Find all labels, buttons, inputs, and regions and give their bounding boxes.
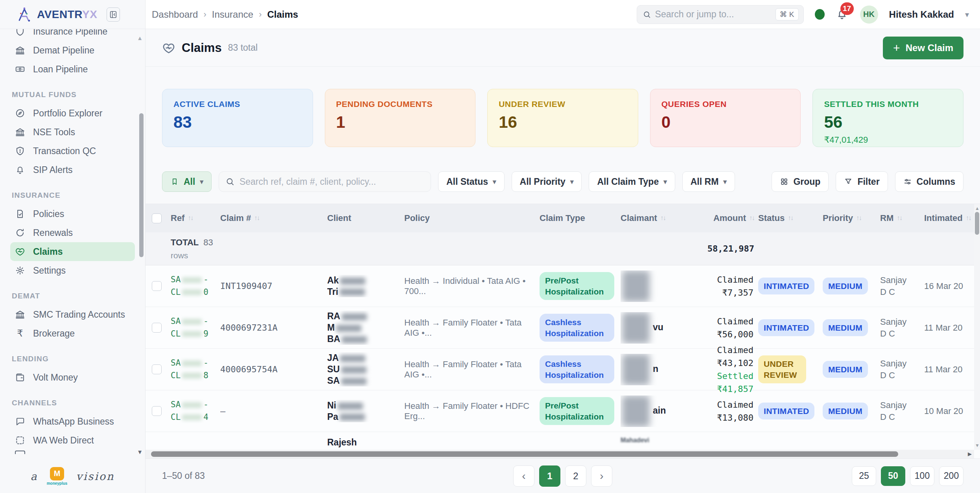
row-checkbox[interactable] — [152, 406, 162, 416]
stat-card-settled-this-month[interactable]: SETTLED THIS MONTH 56 ₹47,01,429 — [812, 89, 963, 147]
sort-icon[interactable]: ↑↓ — [254, 214, 259, 222]
sidebar-item-brokerage[interactable]: ₹ Brokerage — [10, 324, 135, 343]
table-search-input[interactable] — [239, 177, 424, 187]
avatar[interactable]: HK — [860, 6, 878, 24]
sidebar-item-wa-web-direct[interactable]: WA Web Direct — [10, 431, 135, 450]
top-bar: AVENTRYX Dashboard › Insurance › Claims … — [0, 0, 980, 29]
sidebar-item-insurance-pipeline[interactable]: Insurance Pipeline — [10, 29, 135, 41]
table-row[interactable]: SA- CL4 — Ni Pa Health → Family Floater … — [146, 390, 980, 432]
sidebar-scrollbar-thumb[interactable] — [139, 113, 144, 257]
saved-view-dropdown[interactable]: All ▾ — [162, 171, 212, 192]
notifications-button[interactable]: 17 — [836, 7, 849, 22]
stat-card-queries-open[interactable]: QUERIES OPEN 0 — [650, 89, 801, 147]
user-menu-chevron-icon[interactable]: ▾ — [965, 10, 969, 19]
sidebar-item-smc-trading-accounts[interactable]: SMC Trading Accounts — [10, 305, 135, 324]
column-header-priority[interactable]: Priority↑↓ — [823, 213, 880, 223]
sidebar-item-policies[interactable]: Policies — [10, 204, 135, 223]
table-vertical-scrollbar[interactable]: ▲ ▼ — [974, 204, 980, 450]
column-header-amount[interactable]: Amount↑↓ — [706, 213, 758, 223]
table-horizontal-scrollbar[interactable]: ▶ — [146, 450, 974, 458]
sidebar-item-claims[interactable]: Claims — [10, 242, 135, 261]
sort-icon[interactable]: ↑↓ — [897, 214, 902, 222]
select-all-checkbox[interactable] — [152, 213, 162, 223]
row-checkbox[interactable] — [152, 281, 162, 291]
stat-card-under-review[interactable]: UNDER REVIEW 16 — [487, 89, 638, 147]
stat-card-active-claims[interactable]: ACTIVE CLAIMS 83 — [162, 89, 313, 147]
breadcrumb-insurance[interactable]: Insurance — [212, 9, 253, 20]
policy-cell: Health → Individual • Tata AIG • 700... — [404, 276, 540, 296]
brand-wordmark: AVENTRYX — [37, 8, 97, 21]
scroll-up-arrow[interactable]: ▲ — [975, 206, 980, 211]
page-2-button[interactable]: 2 — [565, 465, 586, 487]
column-header-claim-no[interactable]: Claim #↑↓ — [220, 213, 327, 223]
scroll-down-arrow[interactable]: ▼ — [975, 443, 980, 448]
sidebar-item-volt-money[interactable]: Volt Money — [10, 368, 135, 387]
page-size-50-button[interactable]: 50 — [881, 466, 905, 486]
page-size-200-button[interactable]: 200 — [939, 466, 963, 486]
refresh-icon — [15, 228, 25, 238]
column-header-claimant[interactable]: Claimant↑↓ — [621, 213, 706, 223]
sidebar-scroll-down-arrow[interactable]: ▼ — [137, 449, 143, 455]
sidebar-item-portfolio-explorer[interactable]: Portfolio Explorer — [10, 104, 135, 123]
sort-icon[interactable]: ↑↓ — [966, 214, 971, 222]
sidebar-item-whatsapp-business[interactable]: WhatsApp Business — [10, 412, 135, 431]
row-checkbox[interactable] — [152, 364, 162, 374]
new-claim-button[interactable]: + New Claim — [883, 37, 963, 59]
filter-button[interactable]: Filter — [836, 171, 888, 192]
column-header-status[interactable]: Status↑↓ — [758, 213, 823, 223]
client-cell: Ni Pa — [327, 400, 404, 423]
sort-icon[interactable]: ↑↓ — [660, 214, 665, 222]
claim-type-filter-dropdown[interactable]: All Claim Type▾ — [589, 171, 675, 192]
group-button[interactable]: Group — [772, 171, 829, 192]
column-header-policy[interactable]: Policy — [404, 213, 540, 223]
table-row[interactable]: SA- CL9 4000697231A RA M BA Health → Fam… — [146, 307, 980, 349]
column-header-client[interactable]: Client — [327, 213, 404, 223]
sidebar-item-renewals[interactable]: Renewals — [10, 223, 135, 242]
row-checkbox[interactable] — [152, 323, 162, 333]
scroll-right-arrow[interactable]: ▶ — [968, 451, 972, 457]
sort-icon[interactable]: ↑↓ — [856, 214, 861, 222]
table-row[interactable]: SA- CL8 4000695754A JA SU SA Health → Fa… — [146, 349, 980, 390]
column-header-rm[interactable]: RM↑↓ — [880, 213, 924, 223]
stat-card-pending-documents[interactable]: PENDING DOCUMENTS 1 — [325, 89, 476, 147]
status-badge: INTIMATED — [758, 319, 814, 336]
sidebar-scroll-up-arrow[interactable]: ▲ — [137, 35, 143, 41]
sidebar-item-sip-alerts[interactable]: SIP Alerts — [10, 160, 135, 179]
sidebar-collapse-button[interactable] — [107, 7, 120, 22]
prev-page-button[interactable]: ‹ — [513, 465, 534, 487]
sidebar-item-loan-pipeline[interactable]: Loan Pipeline — [10, 60, 135, 79]
rm-filter-dropdown[interactable]: All RM▾ — [682, 171, 735, 192]
scrollbar-thumb[interactable] — [975, 212, 979, 235]
columns-button[interactable]: Columns — [895, 171, 963, 192]
priority-filter-dropdown[interactable]: All Priority▾ — [512, 171, 582, 192]
sidebar-item-demat-pipeline[interactable]: Demat Pipeline — [10, 41, 135, 60]
chevron-down-icon: ▾ — [663, 178, 667, 186]
shield-alert-icon — [15, 146, 25, 156]
page-total-count: 83 total — [228, 42, 258, 53]
sidebar-item-transaction-qc[interactable]: Transaction QC — [10, 142, 135, 160]
sort-icon[interactable]: ↑↓ — [788, 214, 793, 222]
sidebar-item-nse-tools[interactable]: NSE Tools — [10, 123, 135, 142]
column-header-claim-type[interactable]: Claim Type — [540, 213, 621, 223]
status-filter-dropdown[interactable]: All Status▾ — [438, 171, 505, 192]
page-1-button[interactable]: 1 — [539, 465, 560, 487]
page-size-100-button[interactable]: 100 — [910, 466, 934, 486]
page-size-25-button[interactable]: 25 — [852, 466, 876, 486]
table-row-clipped[interactable]: Rajesh Mahadevi — [146, 432, 980, 450]
sidebar-item-settings[interactable]: Settings — [10, 261, 135, 280]
sort-icon[interactable]: ↑↓ — [188, 214, 193, 222]
column-header-ref[interactable]: Ref↑↓ — [171, 213, 220, 223]
global-search[interactable]: ⌘ K — [637, 5, 804, 24]
scrollbar-thumb[interactable] — [151, 451, 898, 457]
redacted-blur — [340, 289, 365, 296]
table-row[interactable]: SA- CL0 INT1909407 Ak Tri Health → Indiv… — [146, 265, 980, 307]
next-page-button[interactable]: › — [591, 465, 612, 487]
table-search[interactable] — [219, 171, 431, 192]
global-search-input[interactable] — [655, 9, 772, 20]
sort-icon[interactable]: ↑↓ — [749, 214, 754, 222]
user-name[interactable]: Hitesh Kakkad — [889, 9, 954, 20]
presence-status-dot — [815, 9, 825, 20]
column-header-intimated[interactable]: Intimated↑↓ — [924, 213, 980, 223]
footer-suffix: vision — [76, 470, 114, 482]
breadcrumb-dashboard[interactable]: Dashboard — [152, 9, 198, 20]
